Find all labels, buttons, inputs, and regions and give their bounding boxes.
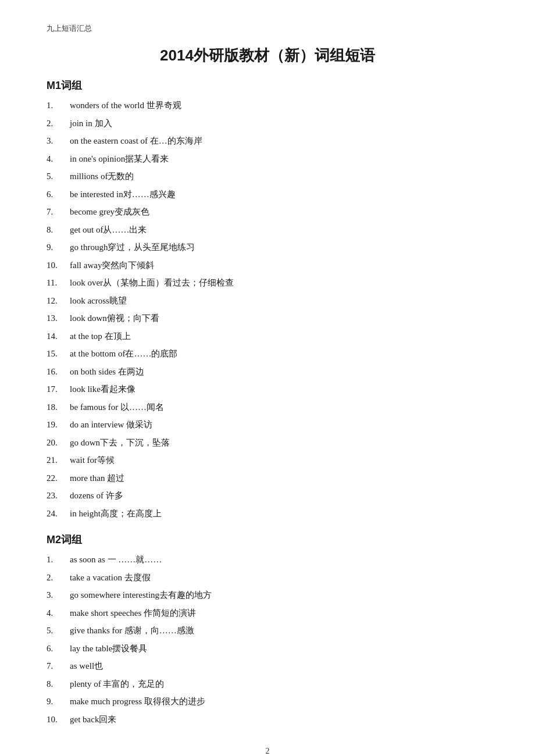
item-number: 15.: [47, 347, 70, 362]
list-item: 12.look across眺望: [47, 294, 488, 309]
list-item: 24.in height高度；在高度上: [47, 507, 488, 522]
list-item: 9.make much progress 取得很大的进步: [47, 694, 488, 709]
list-item: 23.dozens of 许多: [47, 488, 488, 504]
item-phrase: make much progress 取得很大的进步: [70, 694, 488, 709]
section-m2: M2词组1.as soon as 一 ……就……2.take a vacatio…: [47, 533, 488, 727]
item-number: 21.: [47, 453, 70, 468]
page-number: 2: [266, 747, 270, 756]
list-item: 4.make short speeches 作简短的演讲: [47, 606, 488, 621]
item-phrase: millions of无数的: [70, 169, 488, 184]
list-item: 5.millions of无数的: [47, 169, 488, 184]
item-number: 4.: [47, 152, 70, 167]
item-phrase: get back回来: [70, 712, 488, 728]
item-phrase: go somewhere interesting去有趣的地方: [70, 588, 488, 603]
list-item: 6.lay the table摆设餐具: [47, 641, 488, 657]
item-number: 17.: [47, 382, 70, 397]
item-number: 12.: [47, 294, 70, 309]
item-phrase: at the top 在顶上: [70, 329, 488, 344]
item-phrase: on both sides 在两边: [70, 365, 488, 380]
section-title-m2: M2词组: [47, 533, 488, 547]
section-m1: M1词组1.wonders of the world 世界奇观2.join in…: [47, 79, 488, 521]
item-phrase: join in 加入: [70, 116, 488, 131]
item-number: 3.: [47, 134, 70, 149]
list-item: 18.be famous for 以……闻名: [47, 400, 488, 415]
item-phrase: look like看起来像: [70, 382, 488, 397]
list-item: 16.on both sides 在两边: [47, 365, 488, 380]
list-item: 7.as well也: [47, 659, 488, 674]
list-item: 2.take a vacation 去度假: [47, 570, 488, 586]
list-item: 1.as soon as 一 ……就……: [47, 552, 488, 568]
item-number: 9.: [47, 694, 70, 709]
item-phrase: look across眺望: [70, 294, 488, 309]
item-phrase: wait for等候: [70, 453, 488, 468]
list-item: 20.go down下去，下沉，坠落: [47, 436, 488, 451]
list-item: 3.on the eastern coast of 在…的东海岸: [47, 134, 488, 149]
item-phrase: be famous for 以……闻名: [70, 400, 488, 415]
item-phrase: make short speeches 作简短的演讲: [70, 606, 488, 621]
item-phrase: get out of从……出来: [70, 223, 488, 238]
item-number: 3.: [47, 588, 70, 603]
list-item: 8.plenty of 丰富的，充足的: [47, 677, 488, 692]
item-number: 7.: [47, 205, 70, 220]
item-phrase: become grey变成灰色: [70, 205, 488, 220]
vocab-list-m2: 1.as soon as 一 ……就……2.take a vacation 去度…: [47, 552, 488, 727]
item-number: 9.: [47, 240, 70, 255]
list-item: 6.be interested in对……感兴趣: [47, 187, 488, 202]
item-number: 11.: [47, 276, 70, 291]
list-item: 14.at the top 在顶上: [47, 329, 488, 344]
list-item: 1.wonders of the world 世界奇观: [47, 98, 488, 113]
item-phrase: in one's opinion据某人看来: [70, 152, 488, 167]
item-number: 10.: [47, 258, 70, 273]
list-item: 2.join in 加入: [47, 116, 488, 131]
item-phrase: go through穿过，从头至尾地练习: [70, 240, 488, 255]
item-phrase: lay the table摆设餐具: [70, 641, 488, 657]
item-number: 8.: [47, 677, 70, 692]
item-number: 23.: [47, 488, 70, 504]
item-phrase: wonders of the world 世界奇观: [70, 98, 488, 113]
item-number: 14.: [47, 329, 70, 344]
list-item: 10.fall away突然向下倾斜: [47, 258, 488, 273]
item-number: 5.: [47, 169, 70, 184]
item-phrase: as well也: [70, 659, 488, 674]
item-phrase: be interested in对……感兴趣: [70, 187, 488, 202]
item-number: 1.: [47, 552, 70, 568]
item-phrase: do an interview 做采访: [70, 418, 488, 433]
page-label: 九上短语汇总: [47, 23, 488, 34]
item-phrase: go down下去，下沉，坠落: [70, 436, 488, 451]
item-number: 4.: [47, 606, 70, 621]
item-phrase: look over从（某物上面）看过去；仔细检查: [70, 276, 488, 291]
list-item: 10.get back回来: [47, 712, 488, 728]
list-item: 5.give thanks for 感谢，向……感激: [47, 623, 488, 639]
list-item: 9.go through穿过，从头至尾地练习: [47, 240, 488, 255]
list-item: 15.at the bottom of在……的底部: [47, 347, 488, 362]
list-item: 8.get out of从……出来: [47, 223, 488, 238]
list-item: 13.look down俯视；向下看: [47, 311, 488, 326]
item-phrase: dozens of 许多: [70, 488, 488, 504]
item-number: 16.: [47, 365, 70, 380]
item-number: 19.: [47, 418, 70, 433]
item-phrase: fall away突然向下倾斜: [70, 258, 488, 273]
item-number: 24.: [47, 507, 70, 522]
item-number: 20.: [47, 436, 70, 451]
list-item: 4.in one's opinion据某人看来: [47, 152, 488, 167]
item-number: 7.: [47, 659, 70, 674]
item-phrase: look down俯视；向下看: [70, 311, 488, 326]
list-item: 11.look over从（某物上面）看过去；仔细检查: [47, 276, 488, 291]
list-item: 3.go somewhere interesting去有趣的地方: [47, 588, 488, 603]
vocab-list-m1: 1.wonders of the world 世界奇观2.join in 加入3…: [47, 98, 488, 521]
item-number: 18.: [47, 400, 70, 415]
item-phrase: take a vacation 去度假: [70, 570, 488, 586]
item-number: 1.: [47, 98, 70, 113]
item-number: 13.: [47, 311, 70, 326]
item-phrase: give thanks for 感谢，向……感激: [70, 623, 488, 639]
item-phrase: in height高度；在高度上: [70, 507, 488, 522]
list-item: 22.more than 超过: [47, 471, 488, 486]
item-number: 6.: [47, 641, 70, 657]
item-number: 22.: [47, 471, 70, 486]
list-item: 21.wait for等候: [47, 453, 488, 468]
item-number: 5.: [47, 623, 70, 639]
section-title-m1: M1词组: [47, 79, 488, 92]
item-phrase: as soon as 一 ……就……: [70, 552, 488, 568]
item-number: 2.: [47, 570, 70, 586]
list-item: 19.do an interview 做采访: [47, 418, 488, 433]
